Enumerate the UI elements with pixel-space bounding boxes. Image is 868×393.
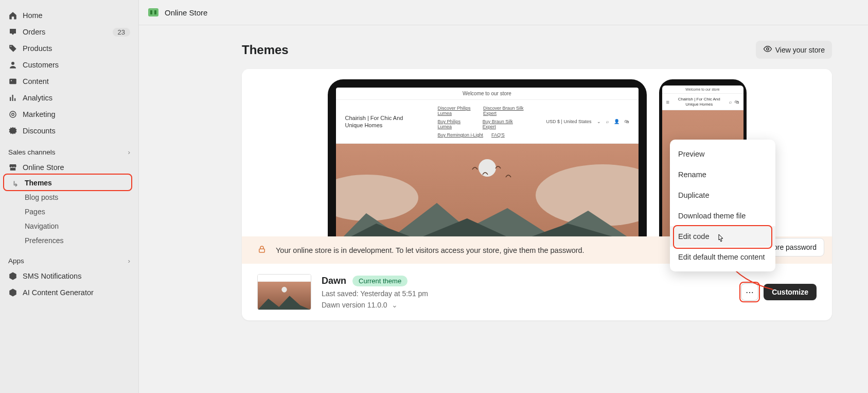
svg-point-0 xyxy=(10,46,11,47)
theme-card: Welcome to our store Chairish | For Chic… xyxy=(242,69,832,320)
svg-rect-11 xyxy=(154,10,156,14)
svg-rect-10 xyxy=(150,10,152,14)
preview-announcement-mobile: Welcome to our store xyxy=(662,86,743,94)
nav-app-ai[interactable]: AI Content Generator xyxy=(0,284,138,301)
svg-point-7 xyxy=(10,111,16,117)
dropdown-label: Duplicate xyxy=(678,191,709,199)
nav-label: Home xyxy=(23,11,130,20)
dropdown-edit-default-content[interactable]: Edit default theme content xyxy=(670,247,775,267)
preview-shop-name: Chairish | For Chic And Unique Homes xyxy=(345,114,417,129)
heading-label: Sales channels xyxy=(8,148,56,156)
nav-orders[interactable]: Orders 23 xyxy=(0,24,138,40)
nav-app-sms[interactable]: SMS Notifications xyxy=(0,268,138,284)
theme-version-row[interactable]: Dawn version 11.0.0 ⌄ xyxy=(322,298,731,309)
nav-label: Orders xyxy=(23,28,113,36)
svg-point-8 xyxy=(12,113,14,116)
cart-icon: 🛍 xyxy=(735,99,739,105)
preview-header: Chairish | For Chic And Unique Homes Dis… xyxy=(336,100,639,144)
subnav-label: Navigation xyxy=(25,222,59,230)
nav-online-store[interactable]: Online Store xyxy=(0,159,138,176)
dev-banner-text: Your online store is in development. To … xyxy=(276,246,584,254)
customize-label: Customize xyxy=(772,288,808,296)
discount-icon xyxy=(8,126,23,135)
dropdown-preview[interactable]: Preview xyxy=(670,144,775,164)
nav-label: Online Store xyxy=(23,163,130,172)
theme-actions: ⋯ Customize xyxy=(741,283,817,301)
dropdown-rename[interactable]: Rename xyxy=(670,164,775,185)
search-icon: ⌕ xyxy=(729,99,732,105)
online-store-app-icon xyxy=(147,6,160,19)
theme-more-button[interactable]: ⋯ xyxy=(741,283,758,301)
page-title: Themes xyxy=(242,43,289,57)
dropdown-download[interactable]: Download theme file xyxy=(670,206,775,226)
customize-button[interactable]: Customize xyxy=(764,284,817,300)
preview-menu: Discover Philips Lumea Discover Braun Si… xyxy=(438,104,526,139)
nav-analytics[interactable]: Analytics xyxy=(0,90,138,106)
nav-customers[interactable]: Customers xyxy=(0,57,138,73)
desktop-preview-frame: Welcome to our store Chairish | For Chic… xyxy=(328,79,647,236)
dropdown-label: Edit code xyxy=(678,232,709,241)
svg-rect-4 xyxy=(10,97,11,101)
theme-actions-dropdown: Preview Rename Duplicate Download theme … xyxy=(670,140,775,271)
heading-label: Apps xyxy=(8,257,24,265)
dropdown-label: Preview xyxy=(678,150,705,158)
preview-shop-name-mobile: Chairish | For Chic And Unique Homes xyxy=(669,97,729,107)
theme-version-text: Dawn version 11.0.0 xyxy=(322,301,387,309)
svg-point-3 xyxy=(11,80,12,81)
dropdown-label: Download theme file xyxy=(678,212,746,220)
nav-content[interactable]: Content xyxy=(0,73,138,90)
preview-header-tools: USD $ | United States ⌄ ⌕ 👤 🛍 xyxy=(546,119,629,124)
dropdown-label: Rename xyxy=(678,170,706,179)
orders-badge: 23 xyxy=(113,28,130,37)
preview-menu-link: Buy Philips Lumea xyxy=(438,119,474,129)
eye-icon xyxy=(763,44,772,55)
preview-menu-link: Discover Braun Silk Expert xyxy=(483,106,526,116)
sidebar: Home Orders 23 Products Customers Conten… xyxy=(0,0,139,393)
image-icon xyxy=(8,77,23,86)
chevron-down-icon: ⌄ xyxy=(392,301,398,309)
theme-name: Dawn xyxy=(322,276,346,286)
chevron-right-icon: › xyxy=(128,257,131,265)
nav-label: Marketing xyxy=(23,110,130,118)
subnav-blog-posts[interactable]: Blog posts xyxy=(0,190,138,204)
nav-products[interactable]: Products xyxy=(0,40,138,57)
nav-label: Customers xyxy=(23,61,130,69)
subnav-preferences[interactable]: Preferences xyxy=(0,233,138,248)
nav-home[interactable]: Home xyxy=(0,7,138,24)
subnav-themes[interactable]: ↳ Themes xyxy=(0,176,138,190)
subnav-pages[interactable]: Pages xyxy=(0,204,138,219)
dropdown-duplicate[interactable]: Duplicate xyxy=(670,185,775,206)
apps-heading[interactable]: Apps › xyxy=(0,248,138,268)
nav-label: SMS Notifications xyxy=(23,272,130,280)
sales-channels-heading[interactable]: Sales channels › xyxy=(0,139,138,159)
svg-point-14 xyxy=(281,286,287,292)
preview-menu-link: FAQ'S xyxy=(491,132,505,138)
search-icon: ⌕ xyxy=(606,119,609,124)
svg-rect-6 xyxy=(14,98,15,101)
breadcrumb-bar: Online Store xyxy=(139,0,868,25)
subnav-navigation[interactable]: Navigation xyxy=(0,219,138,233)
subnav-label: Blog posts xyxy=(25,193,58,201)
subnav-label: Preferences xyxy=(25,236,63,245)
theme-footer: Dawn Current theme Last saved: Yesterday… xyxy=(242,264,832,320)
cursor-pointer-icon xyxy=(715,233,725,246)
nav-marketing[interactable]: Marketing xyxy=(0,106,138,123)
nav-label: Analytics xyxy=(23,94,130,102)
preview-menu-link: Buy Braun Silk Expert xyxy=(483,119,526,129)
store-icon xyxy=(8,163,23,172)
mountain-graphic xyxy=(336,198,639,236)
preview-header-mobile: ≡ Chairish | For Chic And Unique Homes ⌕… xyxy=(662,94,743,110)
nav-label: Content xyxy=(23,77,130,86)
view-store-button[interactable]: View your store xyxy=(756,41,832,59)
birds-graphic xyxy=(470,164,521,185)
cart-icon: 🛍 xyxy=(625,119,629,124)
app-icon xyxy=(8,271,23,281)
theme-info: Dawn Current theme Last saved: Yesterday… xyxy=(322,276,731,309)
preview-announcement: Welcome to our store xyxy=(336,88,639,100)
svg-point-1 xyxy=(11,62,14,65)
chevron-right-icon: › xyxy=(128,148,131,156)
lock-icon xyxy=(257,245,267,255)
svg-rect-2 xyxy=(9,79,16,84)
nav-discounts[interactable]: Discounts xyxy=(0,123,138,139)
view-store-label: View your store xyxy=(775,46,825,54)
